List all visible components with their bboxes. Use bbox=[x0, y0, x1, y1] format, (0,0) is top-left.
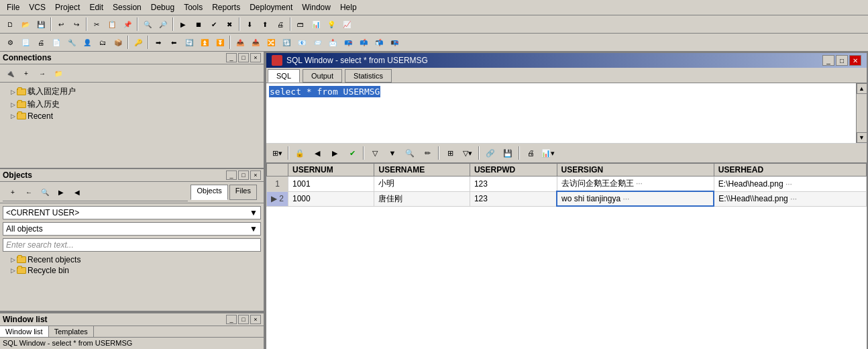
tb2-8[interactable]: 📦 bbox=[111, 35, 125, 50]
grid-btn-print[interactable]: 🖨 bbox=[523, 145, 539, 161]
current-user-dropdown[interactable]: <CURRENT USER> ▼ bbox=[3, 206, 261, 219]
menu-edit[interactable]: Edit bbox=[85, 1, 107, 13]
tb-new[interactable]: 🗋 bbox=[3, 17, 17, 32]
tb-stop[interactable]: ⏹ bbox=[191, 17, 206, 32]
menu-project[interactable]: Project bbox=[51, 1, 84, 13]
tb2-12[interactable]: 🔄 bbox=[182, 35, 197, 50]
tb-rollback[interactable]: ✖ bbox=[222, 17, 237, 32]
col-userpwd[interactable]: USERPWD bbox=[470, 164, 557, 177]
cell-userpwd-2[interactable]: 123 bbox=[470, 191, 557, 206]
tb2-18[interactable]: 🔃 bbox=[279, 35, 294, 50]
obj-tree-item-2[interactable]: ▷ Recycle bin bbox=[3, 265, 261, 276]
obj-tb-arrow[interactable]: ← bbox=[21, 185, 36, 199]
sql-tab-output[interactable]: Output bbox=[303, 69, 342, 83]
conn-tb-open[interactable]: + bbox=[19, 66, 34, 81]
col-usersign[interactable]: USERSIGN bbox=[557, 164, 714, 177]
grid-btn-sort[interactable]: ⊞ bbox=[442, 145, 458, 161]
conn-tree-item-1[interactable]: ▷ 载入固定用户 bbox=[3, 85, 261, 98]
tb-explain[interactable]: 💡 bbox=[324, 17, 339, 32]
all-objects-dropdown[interactable]: All objects ▼ bbox=[3, 222, 261, 236]
tb-print[interactable]: 🖨 bbox=[273, 17, 288, 32]
tb-paste[interactable]: 📌 bbox=[120, 17, 135, 32]
tb2-11[interactable]: ⬅ bbox=[166, 35, 181, 50]
sql-minimize-btn[interactable]: _ bbox=[822, 55, 834, 66]
tb-autotrace[interactable]: 📈 bbox=[339, 17, 354, 32]
obj-close[interactable]: × bbox=[250, 170, 261, 180]
sql-tab-sql[interactable]: SQL bbox=[268, 69, 300, 83]
wl-item-1[interactable]: SQL Window - select * from USERMSG bbox=[0, 338, 264, 348]
search-box[interactable]: Enter search text... bbox=[3, 238, 261, 252]
cell-usernum-2[interactable]: 1000 bbox=[288, 191, 374, 206]
grid-btn-table[interactable]: ⊞▾ bbox=[269, 145, 285, 161]
menu-debug[interactable]: Debug bbox=[147, 1, 178, 13]
sql-maximize-btn[interactable]: □ bbox=[836, 55, 848, 66]
col-userhead[interactable]: USERHEAD bbox=[714, 164, 866, 177]
tb2-9[interactable]: 🔑 bbox=[131, 35, 146, 50]
sql-scrollbar-v[interactable]: ▲ ▼ bbox=[856, 83, 867, 143]
tb-export[interactable]: ⬆ bbox=[258, 17, 272, 32]
tb-import[interactable]: ⬇ bbox=[242, 17, 257, 32]
tb2-21[interactable]: 📩 bbox=[325, 35, 340, 50]
cell-userhead-2[interactable]: E:\\Head\\head.png ··· bbox=[714, 191, 866, 206]
cell-usersign-1[interactable]: 去访问企鹅王企鹅王 ··· bbox=[557, 177, 714, 192]
wl-tab-templates[interactable]: Templates bbox=[49, 326, 94, 337]
cell-userpwd-1[interactable]: 123 bbox=[470, 177, 557, 192]
menu-deployment[interactable]: Deployment bbox=[246, 1, 296, 13]
conn-float[interactable]: □ bbox=[238, 53, 249, 62]
tb2-4[interactable]: 📄 bbox=[49, 35, 64, 50]
conn-tb-new[interactable]: 🔌 bbox=[3, 66, 17, 81]
tb-undo[interactable]: ↩ bbox=[54, 17, 68, 32]
obj-tb-new[interactable]: + bbox=[5, 185, 20, 199]
menu-help[interactable]: Help bbox=[336, 1, 361, 13]
obj-tb-plus[interactable]: ▶ bbox=[54, 185, 68, 199]
wl-float[interactable]: □ bbox=[238, 315, 249, 324]
conn-close[interactable]: × bbox=[250, 53, 261, 62]
tb2-7[interactable]: 🗂 bbox=[95, 35, 110, 50]
conn-minimize[interactable]: _ bbox=[226, 53, 237, 62]
obj-minimize[interactable]: _ bbox=[226, 170, 237, 180]
grid-btn-lock[interactable]: 🔒 bbox=[292, 145, 308, 161]
wl-close[interactable]: × bbox=[250, 315, 261, 324]
menu-window[interactable]: Window bbox=[298, 1, 335, 13]
col-username[interactable]: USERNAME bbox=[374, 164, 470, 177]
scroll-up[interactable]: ▲ bbox=[857, 83, 867, 94]
cell-userhead-1[interactable]: E:\Head\head.png ··· bbox=[714, 177, 866, 192]
obj-float[interactable]: □ bbox=[238, 170, 249, 180]
grid-btn-prev[interactable]: ◀ bbox=[309, 145, 325, 161]
tb-save[interactable]: 💾 bbox=[34, 17, 48, 32]
tb-object[interactable]: 📊 bbox=[309, 17, 323, 32]
conn-tree-item-3[interactable]: ▷ Recent bbox=[3, 111, 261, 121]
tb2-15[interactable]: 📤 bbox=[233, 35, 248, 50]
grid-btn-next[interactable]: ▶ bbox=[327, 145, 343, 161]
menu-session[interactable]: Session bbox=[109, 1, 146, 13]
obj-tree-item-1[interactable]: ▷ Recent objects bbox=[3, 254, 261, 265]
tb-redo[interactable]: ↪ bbox=[69, 17, 84, 32]
table-row[interactable]: ▶ 2 1000 唐佳刚 123 wo shi tianjingya ··· E… bbox=[267, 191, 867, 206]
tb2-14[interactable]: ⏬ bbox=[213, 35, 227, 50]
grid-btn-filter2[interactable]: ▼ bbox=[384, 145, 400, 161]
conn-tree-item-2[interactable]: ▷ 输入历史 bbox=[3, 98, 261, 111]
tb-replace[interactable]: 🔎 bbox=[156, 17, 170, 32]
sql-tab-statistics[interactable]: Statistics bbox=[345, 69, 392, 83]
col-usernum[interactable]: USERNUM bbox=[288, 164, 374, 177]
sql-close-btn[interactable]: ✕ bbox=[849, 55, 861, 66]
grid-btn-clear[interactable]: ✏ bbox=[419, 145, 435, 161]
tb-open[interactable]: 📂 bbox=[18, 17, 33, 32]
cell-usernum-1[interactable]: 1001 bbox=[288, 177, 374, 192]
tb2-20[interactable]: 📨 bbox=[310, 35, 325, 50]
tb2-19[interactable]: 📧 bbox=[294, 35, 309, 50]
tb2-16[interactable]: 📥 bbox=[248, 35, 263, 50]
obj-tb-minus[interactable]: ◀ bbox=[70, 185, 85, 199]
wl-tab-list[interactable]: Window list bbox=[0, 326, 49, 337]
tb-schema[interactable]: 🗃 bbox=[293, 17, 308, 32]
conn-tb-arrow[interactable]: → bbox=[35, 66, 50, 81]
tb2-17[interactable]: 🔀 bbox=[264, 35, 278, 50]
tb2-22[interactable]: 📪 bbox=[341, 35, 356, 50]
grid-btn-commit[interactable]: ✔ bbox=[344, 145, 360, 161]
tb-copy[interactable]: 📋 bbox=[105, 17, 119, 32]
menu-reports[interactable]: Reports bbox=[208, 1, 244, 13]
wl-minimize[interactable]: _ bbox=[226, 315, 237, 324]
grid-btn-sort2[interactable]: ▽▾ bbox=[459, 145, 476, 161]
tb-run[interactable]: ▶ bbox=[176, 17, 191, 32]
tb2-23[interactable]: 📫 bbox=[356, 35, 371, 50]
